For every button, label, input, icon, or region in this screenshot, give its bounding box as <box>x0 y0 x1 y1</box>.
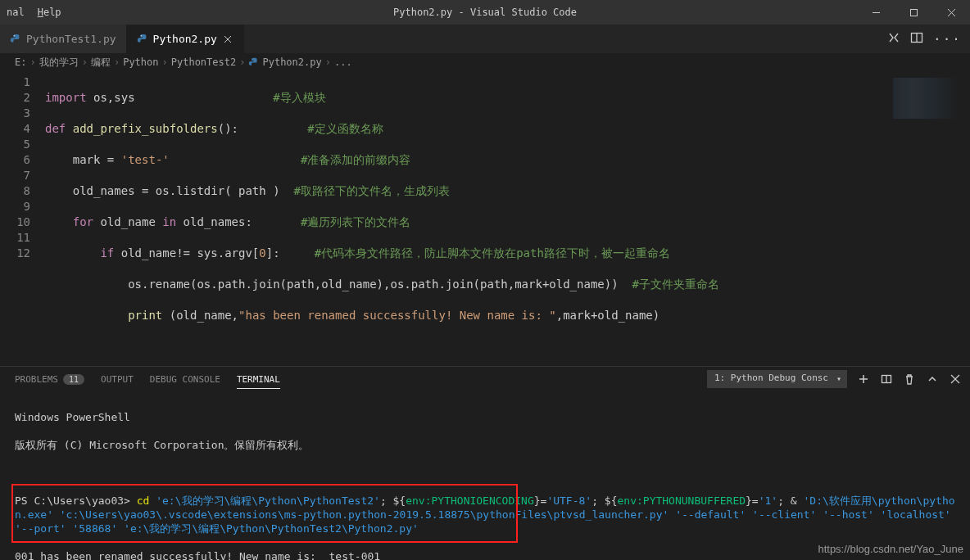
split-editor-icon[interactable] <box>910 31 923 47</box>
tab-python2[interactable]: Python2.py <box>127 25 244 53</box>
close-panel-icon[interactable] <box>949 373 962 386</box>
close-icon[interactable] <box>222 34 233 45</box>
terminal-selector[interactable]: 1: Python Debug Consc▾ <box>707 370 847 388</box>
new-terminal-icon[interactable] <box>857 373 870 386</box>
svg-point-5 <box>140 35 141 36</box>
tab-pythontest1[interactable]: PythonTest1.py <box>0 25 127 53</box>
maximize-button[interactable] <box>895 0 932 25</box>
code-content[interactable]: import os,sys #导入模块 def add_prefix_subfo… <box>45 71 970 366</box>
line-gutter: 123456789101112 <box>0 71 45 366</box>
crumb[interactable]: PythonTest2 <box>171 56 236 68</box>
tab-label: PythonTest1.py <box>26 33 116 45</box>
tab-debug-console[interactable]: DEBUG CONSOLE <box>150 374 220 385</box>
kill-terminal-icon[interactable] <box>903 373 916 386</box>
crumb[interactable]: 我的学习 <box>39 56 79 70</box>
problems-count-badge: 11 <box>63 374 84 385</box>
compare-icon[interactable] <box>887 31 900 47</box>
python-file-icon <box>248 57 259 68</box>
tabbar-actions: ··· <box>887 25 970 53</box>
python-file-icon <box>137 34 148 45</box>
maximize-panel-icon[interactable] <box>926 373 939 386</box>
panel-actions: 1: Python Debug Consc▾ <box>707 367 962 391</box>
editor-tabbar: PythonTest1.py Python2.py ··· <box>0 25 970 53</box>
terminal-content[interactable]: Windows PowerShell 版权所有 (C) Microsoft Co… <box>0 391 970 560</box>
output-line: 001 has been renamed successfully! New n… <box>15 549 955 560</box>
editor[interactable]: 123456789101112 import os,sys #导入模块 def … <box>0 71 970 366</box>
titlebar: nal Help Python2.py - Visual Studio Code <box>0 0 970 25</box>
window-controls <box>857 0 970 25</box>
minimize-button[interactable] <box>857 0 895 25</box>
minimap[interactable] <box>893 78 959 119</box>
panel-tabs: PROBLEMS11 OUTPUT DEBUG CONSOLE TERMINAL… <box>0 367 970 391</box>
python-file-icon <box>10 34 21 45</box>
crumb[interactable]: Python <box>123 56 158 68</box>
watermark: https://blog.csdn.net/Yao_June <box>818 543 963 555</box>
menu-help[interactable]: Help <box>31 7 68 18</box>
split-terminal-icon[interactable] <box>880 373 893 386</box>
tab-output[interactable]: OUTPUT <box>101 374 134 385</box>
menu-terminal[interactable]: nal <box>0 7 31 18</box>
crumb[interactable]: Python2.py <box>262 56 321 68</box>
tab-label: Python2.py <box>153 33 217 45</box>
bottom-panel: PROBLEMS11 OUTPUT DEBUG CONSOLE TERMINAL… <box>0 366 970 560</box>
crumb[interactable]: 编程 <box>91 56 111 70</box>
more-actions-icon[interactable]: ··· <box>933 31 962 47</box>
breadcrumb[interactable]: E:› 我的学习› 编程› Python› PythonTest2› Pytho… <box>0 53 970 71</box>
svg-point-4 <box>14 35 15 36</box>
close-button[interactable] <box>932 0 970 25</box>
window-title: Python2.py - Visual Studio Code <box>393 7 577 18</box>
tab-terminal[interactable]: TERMINAL <box>237 374 280 389</box>
tab-problems[interactable]: PROBLEMS11 <box>15 374 84 385</box>
crumb[interactable]: E: <box>15 56 26 68</box>
crumb[interactable]: ... <box>334 56 352 68</box>
svg-rect-1 <box>910 9 917 16</box>
